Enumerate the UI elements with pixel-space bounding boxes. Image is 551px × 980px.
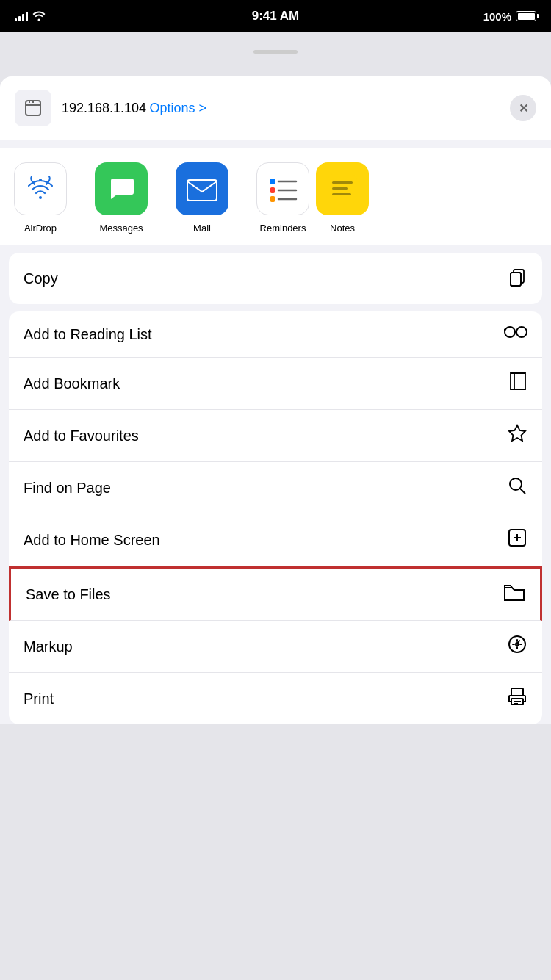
svg-line-26 xyxy=(504,329,505,331)
drag-handle xyxy=(253,50,298,54)
action-list-group2: Add to Reading List Add Bookmark xyxy=(9,311,542,724)
add-square-icon xyxy=(507,527,527,552)
reminders-label: Reminders xyxy=(260,223,306,234)
printer-icon xyxy=(507,686,527,711)
action-print[interactable]: Print xyxy=(9,673,542,724)
folder-icon xyxy=(503,582,525,607)
battery-icon xyxy=(516,11,536,21)
share-url: 192.168.1.104 xyxy=(62,101,146,115)
status-bar-right: 100% xyxy=(483,10,536,23)
action-find-on-page[interactable]: Find on Page xyxy=(9,462,542,514)
mail-icon xyxy=(176,162,228,215)
book-icon xyxy=(508,371,527,396)
svg-rect-21 xyxy=(511,273,521,286)
share-sheet: 192.168.1.104 Options > ✕ xyxy=(0,76,551,724)
svg-line-27 xyxy=(527,329,527,331)
reminders-icon xyxy=(256,162,309,215)
mail-label: Mail xyxy=(193,223,211,234)
app-item-reminders[interactable]: Reminders xyxy=(242,162,323,234)
svg-rect-18 xyxy=(332,187,348,190)
svg-point-23 xyxy=(505,327,515,337)
signal-bars-icon xyxy=(15,11,28,21)
app-item-airdrop[interactable]: AirDrop xyxy=(0,162,81,234)
notes-label: Notes xyxy=(330,223,355,234)
share-apps-row: AirDrop Messages Mail xyxy=(0,148,551,245)
messages-icon xyxy=(95,162,148,215)
status-bar-left xyxy=(15,10,46,23)
airdrop-icon xyxy=(14,162,67,215)
action-add-reading-list[interactable]: Add to Reading List xyxy=(9,311,542,358)
app-item-messages[interactable]: Messages xyxy=(81,162,162,234)
action-add-home-screen[interactable]: Add to Home Screen xyxy=(9,514,542,566)
star-icon xyxy=(507,423,527,448)
svg-point-24 xyxy=(516,327,527,337)
app-item-notes[interactable]: Notes xyxy=(316,162,369,234)
action-list-copy: Copy xyxy=(9,253,542,304)
status-bar: 9:41 AM 100% xyxy=(0,0,551,32)
action-copy[interactable]: Copy xyxy=(9,253,542,304)
svg-point-15 xyxy=(270,196,276,202)
search-icon xyxy=(507,475,527,500)
wifi-icon xyxy=(32,10,46,23)
action-save-to-files[interactable]: Save to Files xyxy=(9,566,542,621)
close-icon: ✕ xyxy=(519,101,528,115)
svg-rect-6 xyxy=(187,180,217,201)
app-item-mail[interactable]: Mail xyxy=(162,162,242,234)
markup-icon xyxy=(507,634,527,659)
notes-icon xyxy=(316,162,369,215)
share-header: 192.168.1.104 Options > ✕ xyxy=(0,76,551,140)
action-markup[interactable]: Markup xyxy=(9,621,542,673)
svg-marker-29 xyxy=(509,425,525,441)
share-header-info: 192.168.1.104 Options > xyxy=(62,101,500,116)
url-icon xyxy=(15,90,51,126)
svg-line-31 xyxy=(520,489,525,494)
airdrop-label: AirDrop xyxy=(24,223,57,234)
svg-rect-19 xyxy=(332,193,351,195)
glasses-icon xyxy=(504,325,527,344)
action-add-favourites[interactable]: Add to Favourites xyxy=(9,410,542,462)
action-add-bookmark[interactable]: Add Bookmark xyxy=(9,358,542,410)
messages-label: Messages xyxy=(99,223,143,234)
svg-rect-17 xyxy=(332,181,353,184)
svg-point-13 xyxy=(270,179,276,184)
share-options-button[interactable]: Options > xyxy=(150,101,207,115)
svg-point-30 xyxy=(510,478,522,490)
battery-percent: 100% xyxy=(483,10,511,23)
svg-point-14 xyxy=(270,187,276,193)
svg-rect-37 xyxy=(511,688,523,696)
status-bar-time: 9:41 AM xyxy=(252,9,300,24)
copy-icon xyxy=(507,266,527,291)
svg-point-5 xyxy=(39,179,42,181)
close-button[interactable]: ✕ xyxy=(510,95,536,121)
